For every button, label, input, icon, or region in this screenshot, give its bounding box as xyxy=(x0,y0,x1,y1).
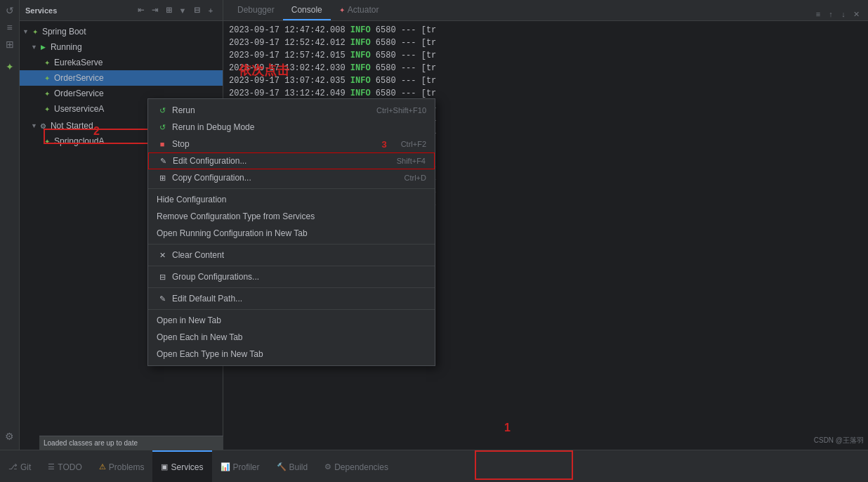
arrow-icon: ▼ xyxy=(22,28,29,35)
order-service-item[interactable]: ✦ OrderService xyxy=(20,70,223,86)
user-service-label: UserserviceA xyxy=(54,104,104,114)
open-each-new-tab-item[interactable]: Open Each in New Tab xyxy=(148,329,435,346)
open-new-tab-label: Open in New Tab xyxy=(157,315,426,325)
todo-label: TODO xyxy=(58,462,81,472)
not-started-label: Not Started xyxy=(51,121,93,131)
git-icon: ⎇ xyxy=(8,462,18,471)
status-bar: Loaded classes are up to date xyxy=(39,436,243,450)
tab-menu-icon[interactable]: ≡ xyxy=(812,8,824,20)
separator-5 xyxy=(148,309,435,310)
tab-actuator[interactable]: ✦ Actuator xyxy=(331,1,388,20)
close-tab-icon[interactable]: ✕ xyxy=(850,8,862,20)
scroll-up-icon[interactable]: ↑ xyxy=(824,8,837,20)
remove-config-label: Remove Configuration Type from Services xyxy=(157,211,426,221)
order-service-label: OrderService xyxy=(54,73,104,83)
order-spring-icon: ✦ xyxy=(42,73,52,83)
spring-boot-item[interactable]: ▼ ✦ Spring Boot xyxy=(20,24,223,39)
spring-boot-label: Spring Boot xyxy=(42,27,86,37)
running-item[interactable]: ▼ ▶ Running xyxy=(20,39,223,55)
refresh-icon[interactable]: ↺ xyxy=(2,3,18,18)
edit-config-item[interactable]: ✎ Edit Configuration... Shift+F4 xyxy=(148,152,435,169)
console-label: Console xyxy=(291,5,322,15)
clear-content-item[interactable]: ✕ Clear Content xyxy=(148,247,435,263)
group-configs-item[interactable]: ⊟ Group Configurations... xyxy=(148,268,435,285)
bottom-bar: ⎇ Git ☰ TODO ⚠ Problems ▣ Services 📊 Pro… xyxy=(0,450,868,482)
git-label: Git xyxy=(20,462,31,472)
filter-icon[interactable]: ▼ xyxy=(176,4,189,17)
edit-default-label: Edit Default Path... xyxy=(172,294,426,304)
services-icon: ▣ xyxy=(161,462,168,471)
context-menu: ↺ Rerun Ctrl+Shift+F10 ↺ Rerun in Debug … xyxy=(147,98,435,366)
arrow-icon-running: ▼ xyxy=(31,44,37,51)
right-tabs: Debugger Console ✦ Actuator ≡ ↑ ↓ ✕ xyxy=(223,0,868,21)
edit-config-label: Edit Configuration... xyxy=(173,156,383,166)
user-spring-icon: ✦ xyxy=(42,104,52,114)
scroll-down-icon[interactable]: ↓ xyxy=(837,8,850,20)
dependencies-label: Dependencies xyxy=(334,462,388,472)
separator-3 xyxy=(148,266,435,266)
log-line: 2023-09-17 12:52:42.012 INFO 6580 --- [t… xyxy=(229,37,862,49)
problems-label: Problems xyxy=(109,462,145,472)
bottom-tab-git[interactable]: ⎇ Git xyxy=(0,450,39,483)
springcloud-icon: ✦ xyxy=(42,136,52,146)
add-icon[interactable]: + xyxy=(204,4,217,17)
bottom-tab-problems[interactable]: ⚠ Problems xyxy=(91,450,153,483)
group-configs-icon: ⊟ xyxy=(157,271,168,282)
copy-config-shortcut: Ctrl+D xyxy=(405,174,426,182)
group-icon[interactable]: ⊞ xyxy=(162,4,175,17)
remove-config-item[interactable]: Remove Configuration Type from Services xyxy=(148,208,435,225)
open-each-type-label: Open Each Type in New Tab xyxy=(157,349,426,359)
hide-config-item[interactable]: Hide Configuration xyxy=(148,191,435,208)
copy-config-item[interactable]: ⊞ Copy Configuration... Ctrl+D xyxy=(148,169,435,186)
open-running-label: Open Running Configuration in New Tab xyxy=(157,228,426,238)
copy-config-label: Copy Configuration... xyxy=(172,173,390,183)
edit-default-icon: ✎ xyxy=(157,293,168,304)
open-each-type-item[interactable]: Open Each Type in New Tab xyxy=(148,346,435,363)
bottom-tab-todo[interactable]: ☰ TODO xyxy=(39,450,90,483)
left-toolbar: ↺ ≡ ⊞ ✦ ⚙ xyxy=(0,0,20,450)
eureka-item[interactable]: ✦ EurekaServe xyxy=(20,55,223,70)
bottom-tab-build[interactable]: 🔨 Build xyxy=(268,450,317,483)
springcloud-label: SpringcloudA xyxy=(54,136,104,146)
stop-icon: ■ xyxy=(157,138,168,150)
status-text: Loaded classes are up to date xyxy=(44,439,138,447)
eureka-spring-icon: ✦ xyxy=(42,58,52,67)
split-icon[interactable]: ⊞ xyxy=(2,37,18,52)
bottom-tab-services[interactable]: ▣ Services xyxy=(152,450,211,483)
todo-icon: ☰ xyxy=(48,462,55,471)
open-new-tab-item[interactable]: Open in New Tab xyxy=(148,312,435,329)
spring-icon: ✦ xyxy=(30,27,40,37)
settings-icon[interactable]: ⚙ xyxy=(2,429,18,444)
collapse-all-icon[interactable]: ⇤ xyxy=(134,4,147,17)
expand-all-icon[interactable]: ⇥ xyxy=(148,4,161,17)
rerun-shortcut: Ctrl+Shift+F10 xyxy=(376,106,426,115)
rerun-label: Rerun xyxy=(172,105,362,115)
order-service2-label: OrderService xyxy=(54,89,104,98)
separator-2 xyxy=(148,244,435,245)
rerun-item[interactable]: ↺ Rerun Ctrl+Shift+F10 xyxy=(148,102,435,119)
edit-config-shortcut: Shift+F4 xyxy=(397,157,426,165)
tab-console[interactable]: Console xyxy=(283,1,331,20)
problems-icon: ⚠ xyxy=(99,462,106,471)
bottom-tab-profiler[interactable]: 📊 Profiler xyxy=(212,450,268,483)
not-started-icon: ⚙ xyxy=(39,121,48,131)
annotation-3: 3 xyxy=(381,139,386,150)
open-running-item[interactable]: Open Running Configuration in New Tab xyxy=(148,225,435,242)
debugger-label: Debugger xyxy=(237,5,275,15)
order2-spring-icon: ✦ xyxy=(42,89,52,98)
bottom-tab-dependencies[interactable]: ⚙ Dependencies xyxy=(316,450,397,483)
build-label: Build xyxy=(289,462,308,472)
rerun-debug-item[interactable]: ↺ Rerun in Debug Mode xyxy=(148,119,435,136)
plugin-icon[interactable]: ✦ xyxy=(2,59,18,74)
rerun-debug-icon: ↺ xyxy=(157,122,168,133)
edit-default-path-item[interactable]: ✎ Edit Default Path... xyxy=(148,290,435,307)
separator-4 xyxy=(148,287,435,288)
eureka-label: EurekaServe xyxy=(54,58,103,67)
tab-debugger[interactable]: Debugger xyxy=(229,1,283,20)
menu-icon[interactable]: ≡ xyxy=(2,20,18,35)
stop-item[interactable]: ■ Stop 3 Ctrl+F2 xyxy=(148,136,435,152)
copy-config-icon: ⊞ xyxy=(157,172,168,183)
separator-1 xyxy=(148,188,435,189)
rerun-icon: ↺ xyxy=(157,105,168,116)
layout-icon[interactable]: ⊟ xyxy=(190,4,203,17)
